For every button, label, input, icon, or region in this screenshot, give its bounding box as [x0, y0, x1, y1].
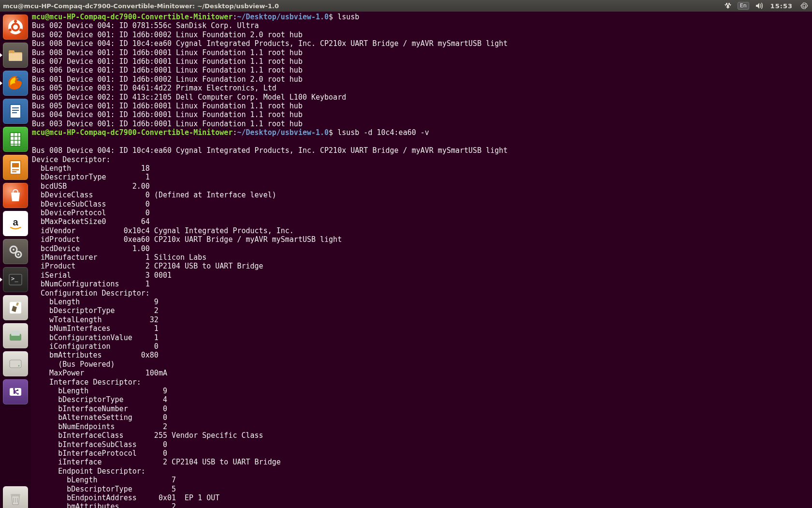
- clock[interactable]: 15:53: [770, 0, 793, 12]
- terminal-window[interactable]: mcu@mcu-HP-Compaq-dc7900-Convertible-Min…: [31, 12, 812, 508]
- gear-icon: [800, 2, 808, 10]
- trash-icon: [7, 490, 24, 508]
- network-indicator[interactable]: [723, 0, 733, 12]
- launcher-software[interactable]: [3, 183, 28, 208]
- launcher-settings[interactable]: [3, 239, 28, 264]
- drive-icon: [7, 355, 24, 373]
- window-title: mcu@mcu-HP-Compaq-dc7900-Convertible-Min…: [3, 2, 279, 10]
- software-icon: [7, 187, 24, 204]
- impress-icon: [7, 159, 24, 176]
- sound-indicator[interactable]: [754, 0, 764, 12]
- top-panel: mcu@mcu-HP-Compaq-dc7900-Convertible-Min…: [0, 0, 812, 12]
- launcher-trash[interactable]: [3, 486, 28, 508]
- amazon-icon: [7, 215, 24, 232]
- dash-icon: [7, 18, 24, 36]
- language-badge: En: [738, 2, 749, 10]
- launcher-impress[interactable]: [3, 155, 28, 180]
- session-indicator[interactable]: [799, 0, 809, 12]
- indicator-area: En 15:53: [723, 0, 809, 12]
- usb-drive-icon: [7, 383, 24, 401]
- writer-icon: [7, 103, 24, 120]
- launcher-firefox[interactable]: [3, 71, 28, 96]
- launcher-files[interactable]: [3, 43, 28, 68]
- settings-icon: [7, 243, 24, 260]
- launcher-drive[interactable]: [3, 351, 28, 376]
- launcher-text-editor[interactable]: [3, 295, 28, 320]
- keyboard-indicator[interactable]: En: [738, 0, 749, 12]
- launcher-amazon[interactable]: [3, 211, 28, 236]
- terminal-output[interactable]: mcu@mcu-HP-Compaq-dc7900-Convertible-Min…: [31, 12, 812, 508]
- network-icon: [724, 2, 732, 10]
- launcher-writer[interactable]: [3, 99, 28, 124]
- terminal-icon: [7, 271, 24, 288]
- text-editor-icon: [7, 299, 24, 316]
- launcher-usb-drive[interactable]: [3, 379, 28, 404]
- launcher-calc[interactable]: [3, 127, 28, 152]
- launcher: [0, 12, 31, 508]
- launcher-dash[interactable]: [3, 15, 28, 40]
- scanner-icon: [7, 327, 24, 344]
- launcher-scanner[interactable]: [3, 323, 28, 348]
- calc-icon: [7, 131, 24, 148]
- volume-icon: [755, 2, 763, 10]
- launcher-terminal[interactable]: [3, 267, 28, 292]
- files-icon: [7, 46, 24, 64]
- firefox-icon: [7, 75, 24, 92]
